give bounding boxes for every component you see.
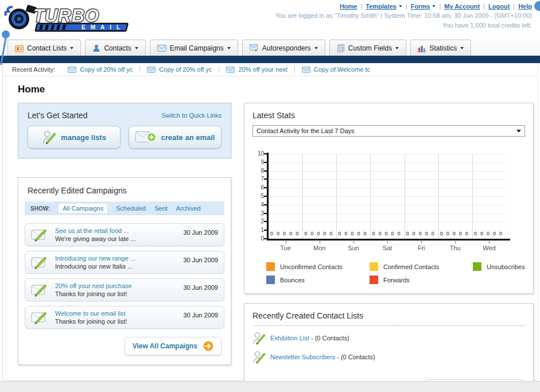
campaign-subtitle: Thanks for joining our list!: [55, 317, 177, 325]
gridline-h: [269, 188, 506, 188]
nav-templates-link[interactable]: Templates: [366, 3, 402, 10]
gridline-h: [269, 154, 506, 154]
tab-statistics[interactable]: Statistics: [410, 40, 471, 56]
x-tick-label: Wed: [472, 244, 506, 251]
data-value-label: 0: [459, 231, 462, 236]
data-value-label: 0: [270, 231, 273, 236]
gridline-v: [336, 154, 337, 239]
recent-activity-link[interactable]: Copy of Welcome tc: [302, 66, 377, 73]
tab-contact-lists[interactable]: Contact Lists: [7, 40, 81, 56]
campaigns-panel-title: Recently Edited Campaigns: [28, 186, 222, 195]
header: TURBO EMAIL Home| Templates| Forms| My A…: [0, 0, 540, 36]
envelope-pencil-icon: [31, 310, 49, 325]
chart-values-group: 00000: [270, 231, 298, 236]
tab-custom-fields[interactable]: Custom Fields: [329, 40, 407, 56]
x-tick-mark: [455, 241, 456, 243]
legend-swatch: [266, 262, 275, 271]
campaign-row[interactable]: See us at the retail food ...We're givin…: [25, 223, 224, 246]
view-all-campaigns-button[interactable]: View All Campaigns: [125, 337, 222, 355]
content: Home Let's Get Started Switch to Quick L…: [3, 76, 537, 392]
stats-report-selected-value: Contact Activity for the Last 7 Days: [257, 127, 355, 134]
chevron-down-icon: [314, 47, 318, 49]
custom-fields-icon: [337, 44, 345, 52]
legend-label: Confirmed Contacts: [383, 263, 439, 270]
filter-all-campaigns[interactable]: All Campaigns: [59, 204, 107, 213]
contacts-icon: [92, 44, 100, 52]
nav-separator: |: [406, 3, 407, 10]
nav-home-link[interactable]: Home: [340, 3, 358, 10]
stats-report-select[interactable]: Contact Activity for the Last 7 Days: [252, 125, 525, 137]
campaign-title-link[interactable]: 20% off your next purchase: [55, 282, 177, 290]
y-tick-label: 2: [254, 218, 264, 224]
data-value-label: 0: [446, 231, 449, 236]
filter-scheduled[interactable]: Scheduled: [116, 205, 146, 212]
manage-lists-button[interactable]: manage lists: [28, 126, 121, 149]
campaign-row[interactable]: 20% off your next purchaseThanks for joi…: [25, 278, 224, 301]
campaign-title-link[interactable]: See us at the retail food ...: [55, 227, 177, 235]
chart-values-group: 00000: [338, 231, 366, 236]
recent-activity-text: Copy of 20% off yc: [159, 66, 212, 73]
header-right: Home| Templates| Forms| My Account| Logo…: [275, 3, 532, 29]
nav-my-account-link[interactable]: My Account: [444, 3, 480, 10]
contact-list-link[interactable]: Exhibition List: [270, 335, 309, 341]
data-value-label: 0: [310, 231, 313, 236]
turbo-email-logo: TURBO EMAIL: [3, 2, 142, 33]
tab-email-campaigns[interactable]: Email Campaigns: [150, 40, 238, 56]
legend-item: Confirmed Contacts: [370, 262, 473, 271]
campaign-row[interactable]: Introducing our new range ...Introducing…: [25, 251, 224, 274]
data-value-label: 0: [499, 231, 502, 236]
recent-activity-link[interactable]: 20% off your next: [226, 66, 294, 73]
nav-forms-link[interactable]: Forms: [411, 3, 436, 10]
envelope-pencil-icon: [31, 227, 49, 242]
filter-sent[interactable]: Sent: [154, 205, 168, 212]
create-an-email-button[interactable]: create an email: [129, 126, 222, 149]
x-tick-label: Sun: [336, 244, 370, 251]
data-value-label: 0: [493, 231, 496, 236]
gridline-v: [370, 154, 371, 239]
page: TURBO EMAIL Home| Templates| Forms| My A…: [0, 0, 540, 392]
contact-list-link[interactable]: Newsletter Subscribers: [270, 354, 335, 360]
campaign-row[interactable]: Welcome to our email listThanks for join…: [25, 306, 224, 329]
get-started-panel: Let's Get Started Switch to Quick Links: [18, 103, 231, 158]
legend-label: Unsubscribes: [487, 263, 525, 270]
top-nav: Home| Templates| Forms| My Account| Logo…: [275, 3, 532, 10]
nav-templates-label: Templates: [366, 3, 397, 10]
tab-label: Email Campaigns: [170, 44, 224, 52]
legend-label: Forwards: [383, 277, 410, 284]
x-tick-label: Sat: [370, 244, 404, 251]
y-tick-label: 3: [254, 210, 264, 216]
x-tick-mark: [387, 241, 388, 243]
chevron-down-icon: [399, 5, 402, 7]
logo-text-turbo: TURBO: [33, 6, 99, 26]
filter-archived[interactable]: Archived: [176, 205, 201, 212]
view-all-campaigns-label: View All Campaigns: [133, 342, 197, 350]
campaign-title-link[interactable]: Welcome to our email list: [55, 309, 177, 317]
nav-logout-link[interactable]: Logout: [488, 3, 510, 10]
campaign-subtitle: Thanks for joining our list!: [55, 290, 177, 298]
footer-strip: [0, 381, 540, 392]
page-title: Home: [18, 84, 522, 95]
recent-activity-link[interactable]: Copy of 20% off yc: [68, 66, 140, 73]
nav-help-link[interactable]: Help: [518, 3, 532, 10]
contact-list-row[interactable]: Newsletter Subscribers - (0 Contacts): [252, 350, 525, 364]
switch-to-quick-links[interactable]: Switch to Quick Links: [161, 112, 222, 119]
x-tick-mark: [353, 241, 354, 243]
contact-list-row[interactable]: Exhibition List - (0 Contacts): [252, 331, 525, 345]
tab-label: Statistics: [429, 44, 457, 52]
nav-separator: |: [439, 3, 441, 10]
gridline-v: [438, 154, 439, 239]
nav-separator: |: [360, 3, 362, 10]
data-value-label: 0: [384, 231, 387, 236]
tab-autoresponders[interactable]: Autoresponders: [242, 40, 325, 56]
data-value-label: 0: [406, 231, 409, 236]
create-an-email-label: create an email: [161, 133, 215, 142]
legend-item: Forwards: [370, 275, 473, 284]
tab-contacts[interactable]: Contacts: [85, 40, 145, 56]
campaign-title-link[interactable]: Introducing our new range ...: [55, 254, 177, 262]
data-value-label: 0: [425, 231, 428, 236]
recently-created-contact-lists-panel: Recently Created Contact Lists Exhibitio…: [244, 303, 534, 392]
recent-activity-bar: Recent Activity: Copy of 20% off yc Copy…: [3, 63, 537, 76]
legend-item: Unconfirmed Contacts: [266, 262, 370, 271]
contact-list-count: - (0 Contacts): [337, 354, 375, 360]
recent-activity-link[interactable]: Copy of 20% off yc: [147, 66, 219, 73]
